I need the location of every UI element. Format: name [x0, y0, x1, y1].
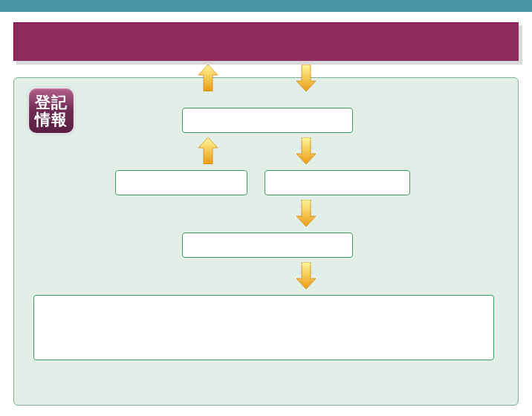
arrow-down-icon	[296, 200, 316, 227]
arrow-down-icon	[296, 262, 316, 289]
flow-box-5	[33, 295, 494, 360]
arrow-down-icon	[296, 65, 316, 91]
arrow-up-icon	[198, 65, 218, 91]
arrow-down-icon	[296, 137, 316, 164]
logo-line2: 情報	[35, 111, 68, 128]
top-accent-bar	[0, 0, 532, 12]
flow-box-2	[115, 170, 247, 195]
title-band	[13, 22, 519, 61]
logo-line1: 登記	[35, 94, 68, 111]
flow-box-4	[182, 233, 353, 258]
diagram-panel: 登記 情報	[13, 77, 519, 406]
logo-badge: 登記 情報	[27, 87, 75, 134]
flow-box-1	[182, 108, 353, 133]
flow-box-3	[265, 170, 410, 195]
arrow-up-icon	[198, 137, 218, 164]
